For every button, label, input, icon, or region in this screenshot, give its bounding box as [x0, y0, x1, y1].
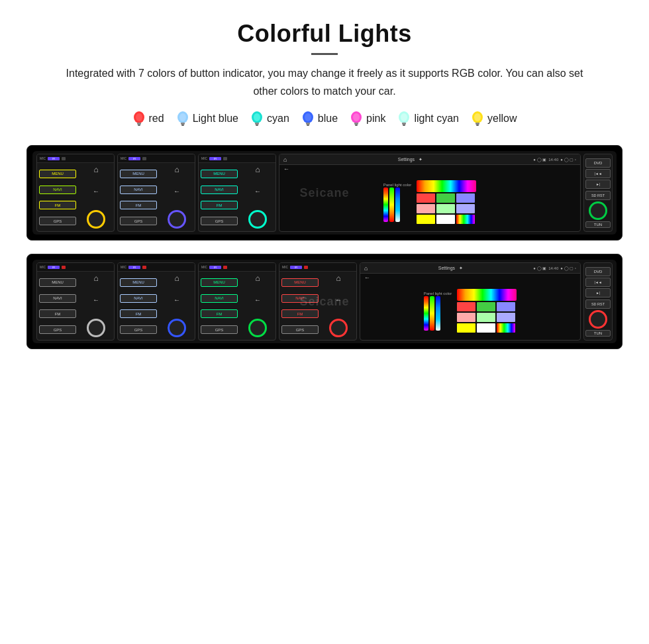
page-title: Colorful Lights	[26, 20, 623, 48]
unit-3: MIC IR MENU NAVI FM GPS ⌂ ←	[198, 154, 276, 232]
color-item-pink: pink	[350, 111, 385, 127]
bulb-icon-blue	[301, 111, 315, 127]
bulb-icon-cyan	[250, 111, 264, 127]
page-container: Colorful Lights Integrated with 7 colors…	[0, 0, 649, 382]
title-divider	[311, 53, 338, 55]
right-btns-bottom: DVD |◄◄ ►| SD RST TUN	[583, 262, 613, 341]
color-item-lightcyan: light cyan	[397, 111, 459, 127]
color-item-cyan: cyan	[250, 111, 289, 127]
color-label-pink: pink	[366, 113, 385, 125]
color-label-cyan: cyan	[267, 113, 289, 125]
units-row-bottom: MIC IR MENU NAVI FM GPS ⌂ ←	[32, 260, 617, 343]
bulb-icon-red	[132, 111, 146, 127]
title-section: Colorful Lights	[26, 20, 623, 55]
svg-rect-18	[354, 123, 358, 125]
color-list: red Light blue cyan	[26, 111, 623, 127]
unit-1: MIC IR MENU NAVI FM GPS ⌂ ←	[36, 154, 115, 232]
description-text: Integrated with 7 colors of button indic…	[53, 64, 596, 100]
bottom-unit-1: MIC IR MENU NAVI FM GPS ⌂ ←	[36, 262, 115, 341]
svg-rect-27	[476, 125, 479, 126]
color-label-blue: blue	[318, 113, 338, 125]
svg-point-13	[305, 113, 311, 121]
svg-rect-15	[307, 125, 309, 126]
svg-point-21	[401, 113, 407, 121]
bulb-icon-yellow	[471, 111, 484, 127]
svg-rect-11	[256, 125, 258, 126]
color-item-blue: blue	[301, 111, 338, 127]
svg-rect-3	[138, 125, 140, 126]
svg-rect-22	[402, 123, 406, 125]
car-unit-bottom: Seicane MIC IR MENU NAVI FM GPS	[26, 254, 623, 349]
svg-rect-26	[475, 123, 479, 125]
color-label-lightblue: Light blue	[193, 113, 238, 125]
svg-rect-19	[355, 125, 358, 126]
svg-point-25	[474, 113, 481, 121]
color-label-red: red	[149, 113, 164, 125]
main-display-top: ⌂ Settings ✦ ● ◯ ▣ 14:40 ● ◯ ▢ ▫ ← Panel…	[279, 154, 581, 232]
color-item-yellow: yellow	[471, 111, 517, 127]
main-display-bottom: ⌂ Settings ✦ ● ◯ ▣ 14:40 ● ◯ ▢ ▫ ← Panel…	[360, 262, 581, 341]
svg-rect-6	[181, 123, 185, 125]
svg-rect-7	[181, 125, 184, 126]
svg-point-5	[179, 113, 186, 121]
color-label-yellow: yellow	[487, 113, 517, 125]
svg-rect-10	[255, 123, 259, 125]
color-item-red: red	[132, 111, 164, 127]
color-item-lightblue: Light blue	[176, 111, 238, 127]
svg-rect-14	[306, 123, 310, 125]
bottom-unit-2: MIC IR MENU NAVI FM GPS ⌂ ←	[117, 262, 195, 341]
unit-2: MIC IR MENU NAVI FM GPS ⌂ ←	[117, 154, 195, 232]
bulb-icon-lightblue	[176, 111, 189, 127]
svg-rect-23	[403, 125, 405, 126]
bottom-unit-4: MIC IR MENU NAVI FM GPS ⌂ ←	[279, 262, 357, 341]
svg-rect-2	[137, 123, 141, 125]
right-btns-top: DVD |◄◄ ►| SD RST TUN	[583, 154, 613, 232]
bulb-icon-pink	[350, 111, 363, 127]
units-row-top: MIC IR MENU NAVI FM GPS ⌂ ←	[32, 151, 617, 235]
bottom-unit-3: MIC IR MENU NAVI FM GPS ⌂ ←	[198, 262, 276, 341]
svg-point-9	[254, 113, 260, 121]
svg-point-1	[136, 113, 142, 121]
bulb-icon-lightcyan	[397, 111, 411, 127]
car-unit-top: Seicane MIC IR MENU NAVI FM GPS	[26, 145, 623, 241]
svg-point-17	[353, 113, 360, 121]
color-label-lightcyan: light cyan	[414, 113, 459, 125]
